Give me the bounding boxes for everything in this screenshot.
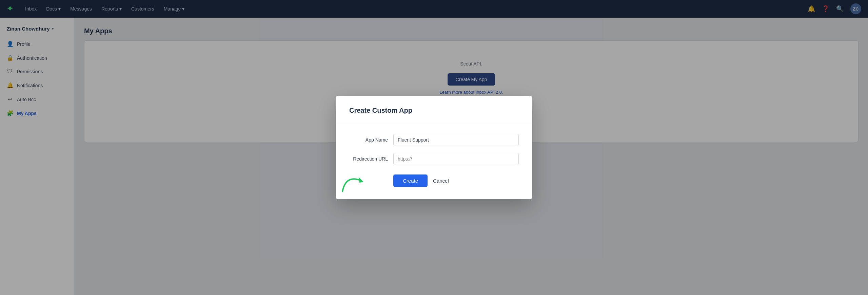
arrow-indicator [339, 168, 370, 195]
redirect-url-input[interactable] [393, 153, 519, 165]
modal-divider [336, 124, 532, 124]
app-name-label: App Name [349, 137, 393, 143]
svg-marker-0 [359, 177, 363, 183]
create-button[interactable]: Create [393, 174, 428, 187]
modal-actions: Create Cancel [349, 174, 519, 187]
app-name-input[interactable] [393, 134, 519, 146]
redirect-url-label: Redirection URL [349, 156, 393, 162]
create-custom-app-modal: Create Custom App App Name Redirection U… [336, 96, 532, 199]
cancel-button[interactable]: Cancel [433, 178, 449, 184]
redirect-url-row: Redirection URL [349, 153, 519, 165]
modal-overlay[interactable]: Create Custom App App Name Redirection U… [0, 0, 868, 295]
app-name-row: App Name [349, 134, 519, 146]
modal-title: Create Custom App [349, 107, 519, 114]
